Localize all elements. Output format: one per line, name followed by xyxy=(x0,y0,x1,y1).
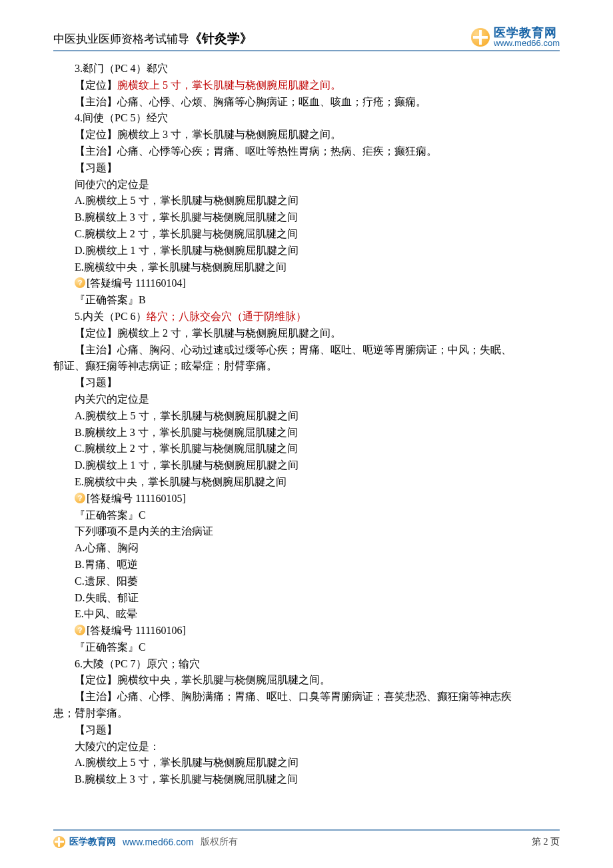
text-line: C.腕横纹上 2 寸，掌长肌腱与桡侧腕屈肌腱之间 xyxy=(53,226,560,243)
body-text: 【定位】腕横纹上 3 寸，掌长肌腱与桡侧腕屈肌腱之间。 xyxy=(75,129,341,140)
text-line: 【主治】心痛、胸闷、心动过速或过缓等心疾；胃痛、呕吐、呃逆等胃腑病证；中风；失眠… xyxy=(53,342,560,359)
highlight-text: 络穴；八脉交会穴（通于阴维脉） xyxy=(147,311,306,322)
question-icon xyxy=(75,625,85,635)
body-text: E.腕横纹中央，掌长肌腱与桡侧腕屈肌腱之间 xyxy=(75,261,287,273)
body-text: 【主治】心痛、胸闷、心动过速或过缓等心疾；胃痛、呕吐、呃逆等胃腑病证；中风；失眠… xyxy=(75,344,512,355)
body-text: E.中风、眩晕 xyxy=(75,608,137,619)
text-line: 『正确答案』B xyxy=(53,292,560,309)
body-text: D.失眠、郁证 xyxy=(75,592,139,603)
body-text: 患；臂肘挛痛。 xyxy=(53,707,128,719)
logo-text: 医学教育网 www.med66.com xyxy=(494,27,560,47)
text-line: A.腕横纹上 5 寸，掌长肌腱与桡侧腕屈肌腱之间 xyxy=(53,755,560,771)
body-text: 『正确答案』B xyxy=(75,294,146,305)
header-logo-block: 医学教育网 www.med66.com xyxy=(471,27,560,47)
text-line: [答疑编号 111160105] xyxy=(53,491,560,507)
text-line: 【主治】心痛、心悸、心烦、胸痛等心胸病证；呕血、咳血；疔疮；癫痫。 xyxy=(53,94,560,111)
text-line: E.腕横纹中央，掌长肌腱与桡侧腕屈肌腱之间 xyxy=(53,259,560,276)
header-title: 中医执业医师资格考试辅导《针灸学》 xyxy=(53,30,253,47)
text-line: C.遗尿、阳萎 xyxy=(53,573,560,590)
body-text: [答疑编号 111160104] xyxy=(87,277,186,289)
body-text: 【主治】心痛、心悸、胸胁满痛；胃痛、呕吐、口臭等胃腑病证；喜笑悲恐、癫狂痫等神志… xyxy=(75,691,512,702)
text-line: A.腕横纹上 5 寸，掌长肌腱与桡侧腕屈肌腱之间 xyxy=(53,408,560,425)
body-text: D.腕横纹上 1 寸，掌长肌腱与桡侧腕屈肌腱之间 xyxy=(75,245,299,256)
text-line: 【定位】腕横纹中央，掌长肌腱与桡侧腕屈肌腱之间。 xyxy=(53,672,560,689)
text-line: B.腕横纹上 3 寸，掌长肌腱与桡侧腕屈肌腱之间 xyxy=(53,771,560,788)
body-text: A.腕横纹上 5 寸，掌长肌腱与桡侧腕屈肌腱之间 xyxy=(75,410,299,421)
body-text: 【定位】 xyxy=(75,79,117,91)
body-text: 【习题】 xyxy=(75,162,117,173)
footer-page-number: 第 2 页 xyxy=(532,836,560,848)
body-text: 『正确答案』C xyxy=(75,641,146,653)
text-line: D.腕横纹上 1 寸，掌长肌腱与桡侧腕屈肌腱之间 xyxy=(53,457,560,474)
text-line: E.中风、眩晕 xyxy=(53,606,560,623)
body-text: C.腕横纹上 2 寸，掌长肌腱与桡侧腕屈肌腱之间 xyxy=(75,443,298,454)
text-line: 大陵穴的定位是： xyxy=(53,739,560,755)
body-text: E.腕横纹中央，掌长肌腱与桡侧腕屈肌腱之间 xyxy=(75,476,287,487)
body-text: 『正确答案』C xyxy=(75,509,146,521)
body-text: B.腕横纹上 3 寸，掌长肌腱与桡侧腕屈肌腱之间 xyxy=(75,773,298,785)
text-line: 下列哪项不是内关的主治病证 xyxy=(53,523,560,540)
document-body: 3.郄门（PC 4）郄穴【定位】腕横纹上 5 寸，掌长肌腱与桡侧腕屈肌腱之间。【… xyxy=(53,61,560,788)
body-text: 4.间使（PC 5）经穴 xyxy=(75,112,168,123)
text-line: D.失眠、郁证 xyxy=(53,590,560,607)
header-subject: 《针灸学》 xyxy=(189,31,253,45)
body-text: [答疑编号 111160105] xyxy=(87,493,186,504)
text-line: A.心痛、胸闷 xyxy=(53,540,560,557)
text-line: B.胃痛、呃逆 xyxy=(53,557,560,573)
text-line: 3.郄门（PC 4）郄穴 xyxy=(53,61,560,77)
text-line: 【定位】腕横纹上 3 寸，掌长肌腱与桡侧腕屈肌腱之间。 xyxy=(53,127,560,143)
text-line: 【习题】 xyxy=(53,375,560,391)
text-line: B.腕横纹上 3 寸，掌长肌腱与桡侧腕屈肌腱之间 xyxy=(53,425,560,441)
body-text: C.遗尿、阳萎 xyxy=(75,575,138,587)
text-line: 患；臂肘挛痛。 xyxy=(53,705,560,722)
body-text: 下列哪项不是内关的主治病证 xyxy=(75,525,213,537)
body-text: 【定位】腕横纹中央，掌长肌腱与桡侧腕屈肌腱之间。 xyxy=(75,674,330,685)
footer-copyright: 版权所有 xyxy=(201,836,238,848)
text-line: B.腕横纹上 3 寸，掌长肌腱与桡侧腕屈肌腱之间 xyxy=(53,209,560,226)
page-header: 中医执业医师资格考试辅导《针灸学》 医学教育网 www.med66.com xyxy=(53,27,560,51)
text-line: 5.内关（PC 6）络穴；八脉交会穴（通于阴维脉） xyxy=(53,309,560,325)
body-text: B.腕横纹上 3 寸，掌长肌腱与桡侧腕屈肌腱之间 xyxy=(75,427,298,438)
text-line: [答疑编号 111160106] xyxy=(53,623,560,639)
text-line: 【定位】腕横纹上 2 寸，掌长肌腱与桡侧腕屈肌腱之间。 xyxy=(53,325,560,342)
body-text: 大陵穴的定位是： xyxy=(75,741,160,752)
body-text: A.腕横纹上 5 寸，掌长肌腱与桡侧腕屈肌腱之间 xyxy=(75,757,299,768)
text-line: 【习题】 xyxy=(53,722,560,739)
body-text: 郁证、癫狂痫等神志病证；眩晕症；肘臂挛痛。 xyxy=(53,360,277,371)
text-line: 『正确答案』C xyxy=(53,639,560,656)
text-line: C.腕横纹上 2 寸，掌长肌腱与桡侧腕屈肌腱之间 xyxy=(53,441,560,457)
question-icon xyxy=(75,493,85,503)
logo-icon xyxy=(471,28,490,47)
footer-url: www.med66.com xyxy=(123,837,194,847)
body-text: 内关穴的定位是 xyxy=(75,393,149,405)
header-prefix: 中医执业医师资格考试辅导 xyxy=(53,33,189,45)
body-text: [答疑编号 111160106] xyxy=(87,625,186,636)
page: 中医执业医师资格考试辅导《针灸学》 医学教育网 www.med66.com 3.… xyxy=(0,0,613,868)
body-text: 【主治】心痛、心悸等心疾；胃痛、呕吐等热性胃病；热病、疟疾；癫狂痫。 xyxy=(75,145,437,157)
body-text: A.心痛、胸闷 xyxy=(75,542,139,553)
body-text: 3.郄门（PC 4）郄穴 xyxy=(75,63,168,74)
text-line: [答疑编号 111160104] xyxy=(53,275,560,292)
body-text: 6.大陵（PC 7）原穴；输穴 xyxy=(75,658,200,669)
text-line: 6.大陵（PC 7）原穴；输穴 xyxy=(53,656,560,673)
body-text: 【习题】 xyxy=(75,377,117,388)
text-line: 郁证、癫狂痫等神志病证；眩晕症；肘臂挛痛。 xyxy=(53,358,560,375)
body-text: 【主治】心痛、心悸、心烦、胸痛等心胸病证；呕血、咳血；疔疮；癫痫。 xyxy=(75,96,426,107)
text-line: 【主治】心痛、心悸等心疾；胃痛、呕吐等热性胃病；热病、疟疾；癫狂痫。 xyxy=(53,143,560,160)
text-line: 间使穴的定位是 xyxy=(53,177,560,193)
body-text: B.胃痛、呃逆 xyxy=(75,559,138,570)
logo-cn: 医学教育网 xyxy=(494,27,560,39)
body-text: 【习题】 xyxy=(75,724,117,735)
text-line: 内关穴的定位是 xyxy=(53,391,560,408)
body-text: C.腕横纹上 2 寸，掌长肌腱与桡侧腕屈肌腱之间 xyxy=(75,228,298,239)
body-text: 5.内关（PC 6） xyxy=(75,311,147,322)
footer-logo-icon xyxy=(53,836,65,848)
footer-brand: 医学教育网 xyxy=(69,836,116,848)
text-line: E.腕横纹中央，掌长肌腱与桡侧腕屈肌腱之间 xyxy=(53,474,560,491)
body-text: A.腕横纹上 5 寸，掌长肌腱与桡侧腕屈肌腱之间 xyxy=(75,195,299,206)
text-line: 【习题】 xyxy=(53,160,560,177)
body-text: 间使穴的定位是 xyxy=(75,179,149,190)
text-line: 【定位】腕横纹上 5 寸，掌长肌腱与桡侧腕屈肌腱之间。 xyxy=(53,77,560,94)
logo-url: www.med66.com xyxy=(494,39,560,47)
text-line: D.腕横纹上 1 寸，掌长肌腱与桡侧腕屈肌腱之间 xyxy=(53,243,560,259)
